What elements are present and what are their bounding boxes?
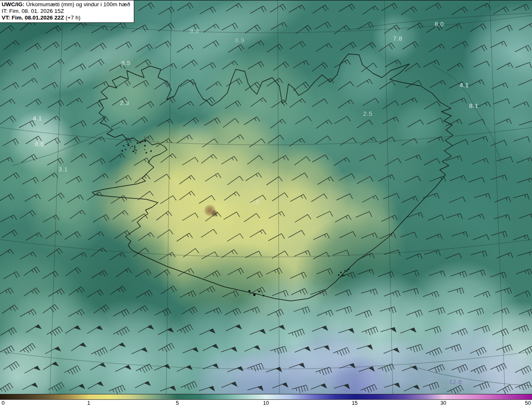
valid-time-line: VT: Fim. 08.01.2026 22Z (+7 h): [2, 15, 130, 21]
valid-time: VT: Fim. 08.01.2026 22Z: [2, 15, 64, 21]
product-label: UWC/IG:: [2, 1, 25, 7]
init-time-line: IT: Fim. 08. 01. 2026 15Z: [2, 8, 130, 15]
colorbar-tick-label: 50: [525, 400, 531, 406]
precipitation-wind-map: [0, 0, 532, 394]
colorbar-tick-label: 5: [176, 400, 179, 406]
colorbar-tick-label: 15: [352, 400, 357, 406]
weather-map-view: 8.07.88.88.98.52.34.18.63.12.54.18.10.91…: [0, 0, 532, 406]
colorbar-tick-labels: 01510153050: [0, 400, 532, 406]
forecast-title-line: UWC/IG: Úrkomumætti (mm) og vindur i 100…: [2, 1, 130, 8]
colorbar-tick-label: 10: [263, 400, 269, 406]
forecast-info-panel: UWC/IG: Úrkomumætti (mm) og vindur i 100…: [0, 0, 134, 23]
colorbar-gradient: [0, 394, 532, 400]
precipitation-colorbar: 01510153050: [0, 394, 532, 406]
valid-offset: (+7 h): [64, 15, 80, 21]
colorbar-tick-label: 1: [87, 400, 90, 406]
colorbar-tick-label: 0: [2, 400, 5, 406]
colorbar-tick-label: 30: [440, 400, 446, 406]
map-title: Úrkomumætti (mm) og vindur i 100m hæð: [25, 1, 130, 7]
